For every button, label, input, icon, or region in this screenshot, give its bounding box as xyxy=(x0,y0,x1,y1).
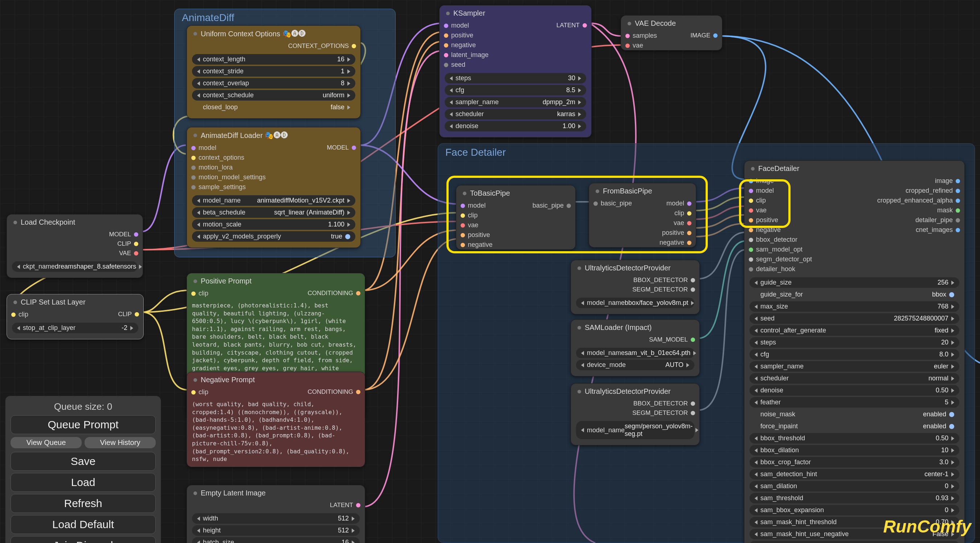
refresh-button[interactable]: Refresh xyxy=(11,494,156,513)
param-sam-dilation[interactable]: sam_dilation0 xyxy=(749,481,959,492)
param-beta-schedule[interactable]: beta_schedulesqrt_linear (AnimateDiff) xyxy=(192,207,355,218)
port-positive[interactable]: positive xyxy=(660,229,692,237)
load-default-button[interactable]: Load Default xyxy=(11,515,156,534)
port-positive[interactable]: positive xyxy=(444,32,488,39)
port-clip[interactable]: clip xyxy=(749,197,812,204)
port-cropped-refined[interactable]: cropped_refined xyxy=(877,187,960,194)
param-context-schedule[interactable]: context_scheduleuniform xyxy=(192,90,355,100)
param-denoise[interactable]: denoise0.50 xyxy=(749,385,959,396)
param-apply-v2-models-properly[interactable]: apply_v2_models_properlytrue xyxy=(192,231,355,242)
negative-prompt-text[interactable]: (worst quality, bad quality, child, crop… xyxy=(187,397,365,467)
param-force-inpaint[interactable]: force_inpaintenabled xyxy=(749,421,959,432)
param-guide-size-for[interactable]: guide_size_forbbox xyxy=(749,289,959,300)
load-button[interactable]: Load xyxy=(11,473,156,492)
port-negative[interactable]: negative xyxy=(749,226,812,234)
param-guide-size[interactable]: guide_size256 xyxy=(749,277,959,288)
param-cfg[interactable]: cfg8.0 xyxy=(749,349,959,360)
param-sampler-name[interactable]: sampler_namedpmpp_2m xyxy=(445,97,586,107)
param-stop-at-clip-layer[interactable]: stop_at_clip_layer-2 xyxy=(12,323,138,333)
param-control-after-generate[interactable]: control_after_generatefixed xyxy=(749,325,959,336)
port-bbox-detector[interactable]: bbox_detector xyxy=(749,236,812,244)
param-feather[interactable]: feather5 xyxy=(749,397,959,408)
param-bbox-crop-factor[interactable]: bbox_crop_factor3.0 xyxy=(749,457,959,468)
param-bbox-threshold[interactable]: bbox_threshold0.50 xyxy=(749,433,959,444)
param-scheduler[interactable]: schedulerkarras xyxy=(445,109,586,119)
node-face-detailer[interactable]: FaceDetailer imagemodelclipvaepositivene… xyxy=(744,161,965,543)
node-ksampler[interactable]: KSampler modelpositivenegativelatent_ima… xyxy=(439,5,592,138)
port-detailer-pipe[interactable]: detailer_pipe xyxy=(877,217,960,224)
param-sam-detection-hint[interactable]: sam_detection_hintcenter-1 xyxy=(749,469,959,479)
node-clip-set-last-layer[interactable]: CLIP Set Last Layer clip CLIP stop_at_cl… xyxy=(6,294,144,339)
param-sam-threshold[interactable]: sam_threshold0.93 xyxy=(749,493,959,503)
port-model[interactable]: model xyxy=(461,202,493,209)
param-steps[interactable]: steps30 xyxy=(445,73,586,83)
port-detailer-hook[interactable]: detailer_hook xyxy=(749,265,812,273)
node-animatediff-loader[interactable]: AnimateDiff Loader 🎭🅐🅓 modelcontext_opti… xyxy=(186,127,361,248)
port-motion-lora[interactable]: motion_lora xyxy=(191,164,266,171)
param-model-name[interactable]: model_nameanimatediffMotion_v15V2.ckpt xyxy=(192,195,355,206)
param-sam-bbox-expansion[interactable]: sam_bbox_expansion0 xyxy=(749,505,959,516)
port-model[interactable]: model xyxy=(660,200,692,207)
param-model-name[interactable]: model_namebbox/face_yolov8m.pt xyxy=(576,298,694,308)
port-model[interactable]: model xyxy=(444,22,488,29)
port-sample-settings[interactable]: sample_settings xyxy=(191,183,266,191)
param-context-stride[interactable]: context_stride1 xyxy=(192,66,355,76)
view-queue-button[interactable]: View Queue xyxy=(11,437,82,448)
param-steps[interactable]: steps20 xyxy=(749,337,959,348)
param-drop-size[interactable]: drop_size10 xyxy=(749,541,959,543)
join-discord-button[interactable]: Join Discord xyxy=(11,536,156,543)
node-ultralytics-detector-1[interactable]: UltralyticsDetectorProvider BBOX_DETECTO… xyxy=(571,260,700,314)
port-latent-image[interactable]: latent_image xyxy=(444,51,488,59)
port-vae[interactable]: vae xyxy=(749,207,812,214)
param-scheduler[interactable]: schedulernormal xyxy=(749,373,959,384)
port-positive[interactable]: positive xyxy=(461,231,493,239)
port-clip[interactable]: clip xyxy=(461,212,493,219)
view-history-button[interactable]: View History xyxy=(84,437,156,448)
port-image[interactable]: image xyxy=(877,177,960,185)
port-vae[interactable]: vae xyxy=(461,221,493,229)
port-mask[interactable]: mask xyxy=(877,207,960,214)
param-context-overlap[interactable]: context_overlap8 xyxy=(192,78,355,89)
node-vae-decode[interactable]: VAE Decode samples vae IMAGE xyxy=(620,15,722,51)
param-height[interactable]: height512 xyxy=(192,525,360,536)
queue-prompt-button[interactable]: Queue Prompt xyxy=(11,415,156,434)
node-from-basic-pipe[interactable]: FromBasicPipe basic_pipe modelclipvaepos… xyxy=(589,183,696,248)
port-model[interactable]: model xyxy=(191,144,266,152)
port-seed[interactable]: seed xyxy=(444,61,488,68)
param-closed-loop[interactable]: closed_loopfalse xyxy=(192,102,355,113)
param-device-mode[interactable]: device_modeAUTO xyxy=(576,360,694,370)
port-clip[interactable]: clip xyxy=(660,209,692,217)
param-width[interactable]: width512 xyxy=(192,513,360,524)
port-vae[interactable]: vae xyxy=(660,219,692,227)
port-sam-model-opt[interactable]: sam_model_opt xyxy=(749,246,812,253)
port-negative[interactable]: negative xyxy=(660,239,692,247)
port-segm-detector-opt[interactable]: segm_detector_opt xyxy=(749,256,812,263)
port-negative[interactable]: negative xyxy=(444,41,488,49)
port-context-options[interactable]: context_options xyxy=(191,154,266,161)
param-denoise[interactable]: denoise1.00 xyxy=(445,121,586,131)
param-bbox-dilation[interactable]: bbox_dilation10 xyxy=(749,445,959,455)
port-image[interactable]: image xyxy=(749,177,812,185)
param-context-length[interactable]: context_length16 xyxy=(192,54,355,65)
save-button[interactable]: Save xyxy=(11,452,156,471)
param-batch-size[interactable]: batch_size16 xyxy=(192,537,360,543)
port-motion-model-settings[interactable]: motion_model_settings xyxy=(191,174,266,181)
param-ckpt-name[interactable]: ckpt_namedreamshaper_8.safetensors xyxy=(12,261,138,272)
node-load-checkpoint[interactable]: Load Checkpoint MODEL CLIP VAE ckpt_name… xyxy=(6,214,143,278)
node-negative-prompt[interactable]: Negative Prompt clip CONDITIONING (worst… xyxy=(186,372,365,467)
param-seed[interactable]: seed282575248800007 xyxy=(749,313,959,324)
param-max-size[interactable]: max_size768 xyxy=(749,301,959,312)
param-motion-scale[interactable]: motion_scale1.100 xyxy=(192,219,355,230)
port-model[interactable]: model xyxy=(749,187,812,194)
port-cnet-images[interactable]: cnet_images xyxy=(877,226,960,234)
param-sampler-name[interactable]: sampler_nameeuler xyxy=(749,361,959,372)
port-positive[interactable]: positive xyxy=(749,217,812,224)
param-cfg[interactable]: cfg8.5 xyxy=(445,85,586,96)
node-to-basic-pipe[interactable]: ToBasicPipe modelclipvaepositivenegative… xyxy=(456,185,576,250)
port-cropped-enhanced-alpha[interactable]: cropped_enhanced_alpha xyxy=(877,197,960,204)
param-model-name[interactable]: model_namesam_vit_b_01ec64.pth xyxy=(576,348,694,358)
param-model-name[interactable]: model_namesegm/person_yolov8m-seg.pt xyxy=(576,421,694,439)
param-noise-mask[interactable]: noise_maskenabled xyxy=(749,409,959,420)
node-ultralytics-detector-2[interactable]: UltralyticsDetectorProvider BBOX_DETECTO… xyxy=(571,383,700,445)
node-empty-latent-image[interactable]: Empty Latent Image LATENT width512height… xyxy=(186,485,365,543)
